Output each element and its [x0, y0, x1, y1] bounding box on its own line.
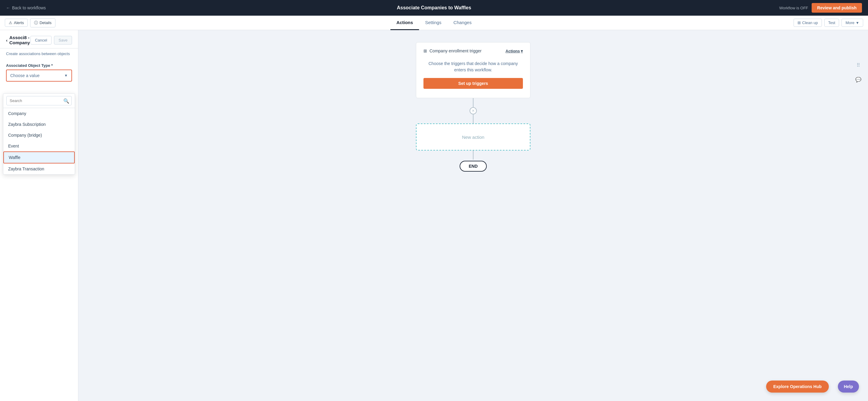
tab-actions[interactable]: Actions [390, 15, 419, 30]
nav-left-buttons: ⚠ Alerts ⓘ Details [5, 19, 56, 27]
list-item[interactable]: Company [3, 108, 75, 119]
list-item[interactable]: Event [3, 141, 75, 152]
associated-object-dropdown[interactable]: Choose a value ▼ [6, 70, 72, 81]
back-chevron-icon: ← [6, 5, 10, 10]
dropdown-menu: 🔍 Company Zaybra Subscription Company (b… [3, 93, 75, 175]
trigger-body: Choose the triggers that decide how a co… [424, 58, 523, 92]
info-icon: ⓘ [34, 20, 38, 26]
workflow-title: Associate Companies to Waffles [397, 5, 471, 10]
grid-icon[interactable]: ⠿ [854, 60, 863, 70]
dropdown-chevron-icon: ▼ [64, 73, 68, 78]
workflow-status: Workflow is OFF [779, 6, 808, 10]
top-nav: ← Back to workflows Associate Companies … [0, 0, 868, 15]
set-up-triggers-button[interactable]: Set up triggers [424, 78, 523, 89]
search-container: 🔍 [3, 94, 75, 108]
trigger-card: ⊞ Company enrollment trigger Actions ▾ C… [416, 42, 530, 98]
nav-right: Workflow is OFF Review and publish [779, 3, 862, 13]
nav-right-buttons: ⊞ Clean up Test More ▼ [794, 19, 863, 27]
cleanup-icon: ⊞ [798, 21, 801, 25]
save-button[interactable]: Save [54, 36, 72, 44]
tab-settings[interactable]: Settings [419, 15, 447, 30]
new-action-card[interactable]: New action [416, 124, 530, 151]
cancel-button[interactable]: Cancel [30, 36, 52, 44]
new-action-label: New action [462, 135, 484, 140]
field-section: Associated Object Type * Choose a value … [0, 60, 78, 81]
list-item[interactable]: Zaybra Subscription [3, 119, 75, 130]
nav-tabs: Actions Settings Changes [390, 15, 477, 30]
review-publish-button[interactable]: Review and publish [812, 3, 862, 13]
details-button[interactable]: ⓘ Details [30, 19, 56, 27]
list-item-waffle[interactable]: Waffle [3, 152, 75, 164]
field-label: Associated Object Type * [6, 63, 72, 68]
trigger-title: ⊞ Company enrollment trigger [424, 48, 482, 53]
panel-title: ‹ Associ8 - Company [6, 35, 30, 45]
alert-icon: ⚠ [9, 21, 12, 25]
trigger-actions-chevron-icon: ▾ [521, 49, 523, 53]
main-layout: ‹ Associ8 - Company Cancel Save Create a… [0, 30, 868, 401]
panel-header: ‹ Associ8 - Company Cancel Save [0, 30, 78, 48]
trigger-icon: ⊞ [424, 48, 427, 53]
connector-line-bottom [473, 114, 473, 124]
list-item[interactable]: Company (bridge) [3, 130, 75, 141]
connector-line-top [473, 98, 473, 107]
explore-operations-hub-button[interactable]: Explore Operations Hub [766, 380, 829, 393]
trigger-description: Choose the triggers that decide how a co… [424, 61, 523, 73]
connector-remove-button[interactable]: ✕ [470, 107, 477, 114]
trigger-header: ⊞ Company enrollment trigger Actions ▾ [424, 48, 523, 53]
search-icon: 🔍 [63, 98, 69, 104]
chevron-down-icon: ▼ [856, 21, 859, 25]
dropdown-list: Company Zaybra Subscription Company (bri… [3, 108, 75, 174]
help-button[interactable]: Help [838, 380, 859, 393]
test-button[interactable]: Test [824, 19, 839, 27]
connector-to-end [473, 151, 473, 160]
more-button[interactable]: More ▼ [841, 19, 863, 27]
list-item[interactable]: Zaybra Transaction [3, 164, 75, 174]
left-panel: ‹ Associ8 - Company Cancel Save Create a… [0, 30, 79, 401]
back-to-workflows-link[interactable]: ← Back to workflows [6, 5, 46, 10]
search-input[interactable] [6, 96, 72, 105]
panel-description: Create associations between objects [0, 48, 78, 60]
trigger-actions-link[interactable]: Actions ▾ [505, 49, 523, 53]
dropdown-placeholder: Choose a value [10, 73, 39, 78]
canvas-inner: ⊞ Company enrollment trigger Actions ▾ C… [90, 42, 856, 223]
end-node: END [460, 161, 487, 172]
secondary-nav: ⚠ Alerts ⓘ Details Actions Settings Chan… [0, 15, 868, 30]
side-icons: ⠿ 💬 [854, 60, 863, 84]
tab-changes[interactable]: Changes [447, 15, 478, 30]
back-label: Back to workflows [12, 5, 46, 10]
back-panel-icon: ‹ [6, 38, 7, 43]
cleanup-button[interactable]: ⊞ Clean up [794, 19, 822, 27]
chat-icon[interactable]: 💬 [854, 75, 863, 84]
alerts-button[interactable]: ⚠ Alerts [5, 19, 28, 27]
canvas-area[interactable]: ⊞ Company enrollment trigger Actions ▾ C… [79, 30, 868, 401]
